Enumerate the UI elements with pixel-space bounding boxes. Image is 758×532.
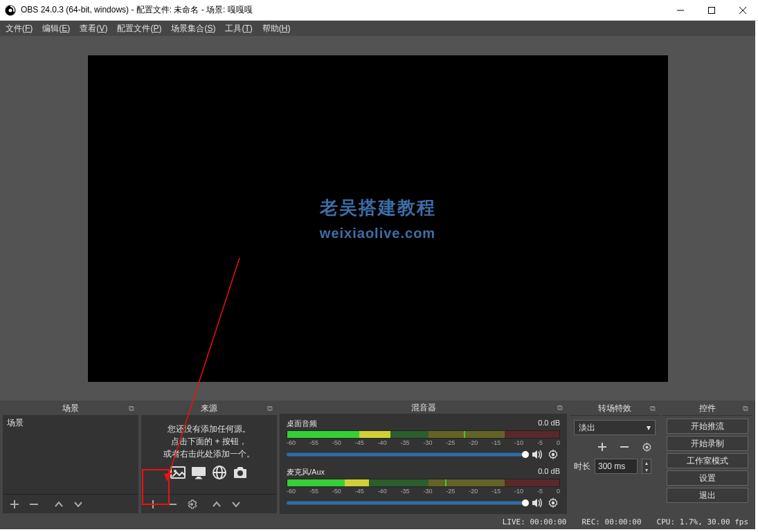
duration-label: 时长 — [574, 461, 590, 473]
scenes-title: 场景 — [62, 403, 79, 414]
dock-transitions: 转场特效⧉ 淡出▾ 时长 300 ms ▴▾ — [570, 402, 660, 513]
annotation-highlight — [142, 469, 170, 505]
meter-ticks: -60-55-50-45-40-35-30-25-20-15-10-50 — [287, 439, 560, 448]
dock-scenes: 场景⧉ 场景 — [3, 402, 138, 513]
transition-select[interactable]: 淡出▾ — [574, 420, 656, 435]
duration-input[interactable]: 300 ms — [595, 459, 638, 474]
dock-controls: 控件⧉ 开始推流 开始录制 工作室模式 设置 退出 — [662, 402, 752, 513]
maximize-button[interactable] — [696, 0, 727, 21]
close-button[interactable] — [727, 0, 758, 21]
menu-edit[interactable]: 编辑(E) — [42, 23, 70, 35]
camera-source-icon — [232, 464, 249, 481]
start-recording-button[interactable]: 开始录制 — [667, 436, 748, 451]
menu-file[interactable]: 文件(F) — [6, 23, 33, 35]
transition-settings-button[interactable] — [638, 439, 656, 455]
add-scene-button[interactable] — [6, 497, 24, 512]
source-settings-button[interactable] — [183, 497, 201, 512]
dock-mixer: 混音器⧉ 桌面音频0.0 dB -60-55-50-45-40-35-30-25… — [280, 402, 567, 513]
menu-profile[interactable]: 配置文件(P) — [117, 23, 161, 35]
svg-point-21 — [552, 453, 554, 456]
minimize-button[interactable] — [665, 0, 696, 21]
popout-icon[interactable]: ⧉ — [557, 403, 563, 412]
menu-scene-collection[interactable]: 场景集合(S) — [171, 23, 215, 35]
menu-view[interactable]: 查看(V) — [80, 23, 107, 35]
svg-rect-12 — [197, 477, 201, 478]
browser-source-icon — [211, 464, 228, 481]
mixer-ch2-db: 0.0 dB — [538, 467, 560, 477]
settings-button[interactable]: 设置 — [667, 470, 748, 486]
channel-settings-icon[interactable] — [546, 448, 560, 461]
mixer-channel-desktop: 桌面音频0.0 dB -60-55-50-45-40-35-30-25-20-1… — [282, 416, 564, 464]
volume-slider[interactable] — [287, 499, 525, 506]
scene-list-item[interactable]: 场景 — [3, 416, 138, 430]
display-source-icon — [190, 464, 207, 481]
channel-settings-icon[interactable] — [546, 496, 560, 510]
mixer-ch1-db: 0.0 dB — [538, 419, 560, 429]
window-title: OBS 24.0.3 (64-bit, windows) - 配置文件: 未命名… — [21, 4, 665, 16]
menu-tools[interactable]: 工具(T) — [225, 23, 252, 35]
status-cpu: CPU: 1.7%, 30.00 fps — [657, 517, 748, 526]
popout-icon[interactable]: ⧉ — [650, 404, 656, 413]
sources-title: 来源 — [201, 403, 217, 414]
titlebar: OBS 24.0.3 (64-bit, windows) - 配置文件: 未命名… — [0, 0, 758, 21]
status-live: LIVE: 00:00:00 — [503, 517, 567, 526]
remove-transition-button[interactable] — [615, 439, 633, 455]
preview-canvas[interactable]: 老吴搭建教程 weixiaolive.com — [88, 55, 668, 382]
watermark-zh: 老吴搭建教程 — [320, 196, 436, 220]
menu-help[interactable]: 帮助(H) — [262, 23, 291, 35]
popout-icon[interactable]: ⧉ — [267, 404, 273, 413]
move-source-down-button[interactable] — [227, 497, 245, 512]
watermark-url: weixiaolive.com — [320, 226, 435, 241]
popout-icon[interactable]: ⧉ — [743, 404, 748, 413]
preview-area: 老吴搭建教程 weixiaolive.com — [0, 36, 755, 401]
mixer-title: 混音器 — [411, 402, 436, 414]
svg-point-17 — [237, 470, 243, 476]
mixer-ch2-name: 麦克风/Aux — [287, 467, 325, 477]
meter-ticks: -60-55-50-45-40-35-30-25-20-15-10-50 — [287, 487, 560, 496]
obs-logo-icon — [4, 4, 17, 17]
svg-point-22 — [552, 502, 554, 504]
svg-point-1 — [9, 8, 12, 12]
svg-rect-11 — [192, 467, 206, 476]
volume-slider[interactable] — [287, 451, 525, 458]
chevron-down-icon: ▾ — [647, 423, 651, 432]
studio-mode-button[interactable]: 工作室模式 — [667, 453, 748, 468]
exit-button[interactable]: 退出 — [667, 488, 748, 503]
move-source-up-button[interactable] — [208, 497, 226, 512]
mute-icon[interactable] — [530, 448, 543, 461]
transitions-title: 转场特效 — [598, 403, 631, 414]
mute-icon[interactable] — [530, 496, 543, 510]
move-scene-up-button[interactable] — [50, 497, 68, 512]
svg-rect-3 — [708, 7, 714, 13]
controls-title: 控件 — [699, 403, 716, 414]
statusbar: LIVE: 00:00:00 REC: 00:00:00 CPU: 1.7%, … — [0, 515, 755, 529]
move-scene-down-button[interactable] — [69, 497, 87, 512]
svg-point-26 — [645, 446, 648, 448]
image-source-icon — [170, 464, 186, 481]
vu-meter — [287, 479, 560, 487]
status-rec: REC: 00:00:00 — [581, 517, 641, 526]
menubar: 文件(F) 编辑(E) 查看(V) 配置文件(P) 场景集合(S) 工具(T) … — [0, 21, 755, 36]
svg-rect-13 — [195, 478, 202, 479]
add-transition-button[interactable] — [593, 439, 611, 455]
remove-scene-button[interactable] — [25, 497, 43, 512]
mixer-ch1-name: 桌面音频 — [287, 419, 317, 429]
duration-spinner[interactable]: ▴▾ — [642, 459, 651, 474]
start-streaming-button[interactable]: 开始推流 — [667, 419, 748, 434]
mixer-channel-mic: 麦克风/Aux0.0 dB -60-55-50-45-40-35-30-25-2… — [282, 464, 564, 513]
vu-meter — [287, 430, 560, 439]
popout-icon[interactable]: ⧉ — [129, 404, 134, 413]
